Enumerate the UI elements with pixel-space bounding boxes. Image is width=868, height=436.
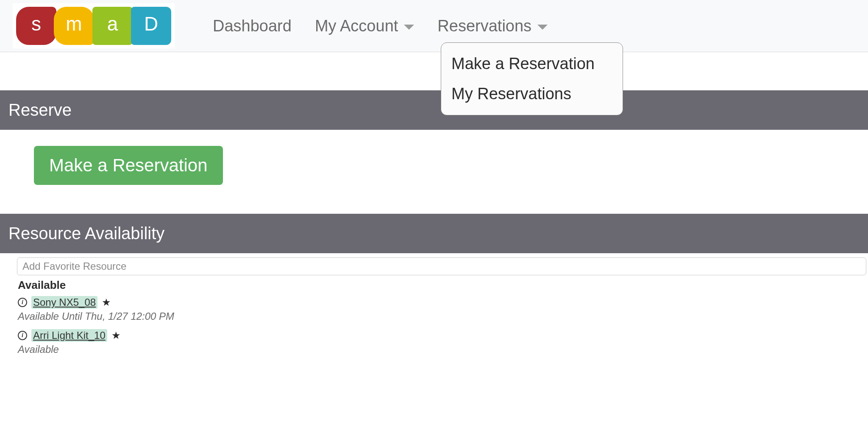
star-icon[interactable]: ★	[102, 296, 111, 308]
star-icon[interactable]: ★	[111, 330, 121, 341]
resource-link[interactable]: Arri Light Kit_10	[31, 329, 107, 342]
logo-letter-d: D	[131, 7, 171, 45]
reserve-section-body: Make a Reservation	[0, 130, 868, 193]
nav-dashboard[interactable]: Dashboard	[213, 17, 292, 35]
availability-section-body: Available i Sony NX5_08 ★ Available Unti…	[0, 253, 868, 361]
resource-link[interactable]: Sony NX5_08	[31, 296, 97, 309]
logo-letter-m: m	[54, 7, 94, 45]
availability-section-header: Resource Availability	[0, 214, 868, 253]
dropdown-my-reservations[interactable]: My Reservations	[441, 79, 623, 109]
available-heading: Available	[17, 277, 868, 295]
content: Reserve Make a Reservation Resource Avai…	[0, 90, 868, 361]
resource-status: Available	[17, 343, 868, 361]
resource-item: i Sony NX5_08 ★ Available Until Thu, 1/2…	[17, 295, 868, 328]
resource-item: i Arri Light Kit_10 ★ Available	[17, 328, 868, 361]
info-icon[interactable]: i	[18, 298, 27, 307]
logo-letter-a: a	[92, 7, 133, 45]
resource-row: i Sony NX5_08 ★	[17, 295, 868, 310]
nav-reservations-label: Reservations	[437, 17, 531, 35]
chevron-down-icon	[404, 25, 414, 30]
resource-row: i Arri Light Kit_10 ★	[17, 328, 868, 343]
reserve-section-header: Reserve	[0, 90, 868, 130]
nav-my-account[interactable]: My Account	[315, 17, 414, 35]
reservations-dropdown: Make a Reservation My Reservations	[441, 42, 623, 115]
resource-status: Available Until Thu, 1/27 12:00 PM	[17, 310, 868, 328]
logo-letter-s: s	[16, 7, 56, 45]
nav-reservations[interactable]: Reservations	[437, 17, 548, 35]
make-reservation-button[interactable]: Make a Reservation	[34, 146, 223, 185]
navbar: s m a D Dashboard My Account Reservation…	[0, 0, 868, 52]
info-icon[interactable]: i	[18, 331, 27, 340]
favorite-resource-input[interactable]	[17, 257, 866, 275]
nav-items: Dashboard My Account Reservations	[213, 17, 548, 35]
dropdown-make-reservation[interactable]: Make a Reservation	[441, 49, 623, 79]
logo[interactable]: s m a D	[13, 3, 175, 48]
chevron-down-icon	[537, 25, 548, 30]
nav-my-account-label: My Account	[315, 17, 398, 35]
